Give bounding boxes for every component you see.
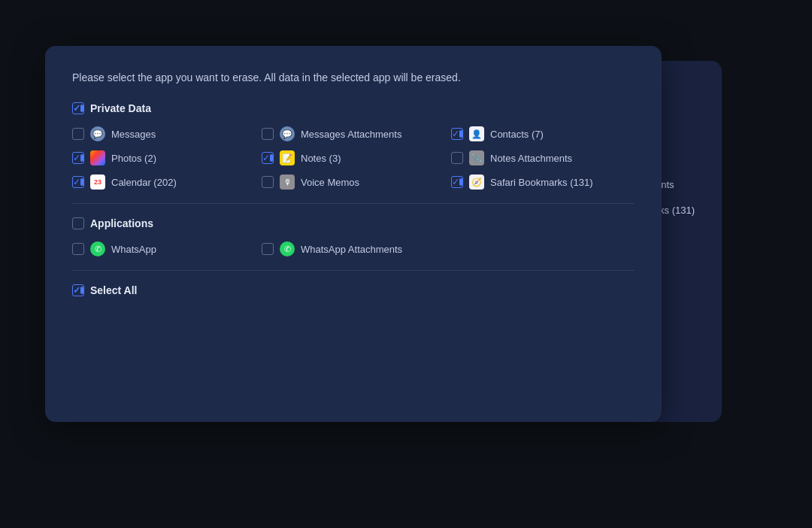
private-data-section-header: ✓ Private Data — [72, 102, 635, 114]
notes-checkbox[interactable]: ✓ — [262, 152, 274, 164]
messages-attach-label: Messages Attachments — [301, 129, 401, 140]
select-all-checkbox[interactable]: ✓ — [72, 284, 84, 296]
divider — [72, 203, 635, 204]
applications-grid: ✆ WhatsApp ✆ WhatsApp Attachments — [72, 241, 635, 256]
safari-icon: 🧭 — [469, 174, 484, 190]
list-item: ✓ Photos (2) — [72, 150, 256, 165]
voice-label: Voice Memos — [301, 177, 359, 188]
notes-attach-icon: 📎 — [469, 150, 484, 165]
notes-icon: 📝 — [280, 150, 295, 165]
safari-label: Safari Bookmarks (131) — [490, 177, 593, 188]
contacts-label: Contacts (7) — [490, 129, 544, 140]
list-item: 💬 Messages — [72, 126, 256, 141]
list-item: ✓ 23 Calendar (202) — [72, 174, 256, 190]
list-item: ✆ WhatsApp — [72, 241, 256, 256]
contacts-icon: 👤 — [469, 126, 484, 141]
check-icon: ✓ — [452, 129, 459, 138]
private-data-label: Private Data — [90, 102, 151, 114]
list-item: 🎙 Voice Memos — [262, 174, 445, 190]
calendar-icon: 23 — [90, 174, 105, 190]
whatsapp-checkbox[interactable] — [72, 243, 84, 255]
list-item: ✆ WhatsApp Attachments — [262, 241, 445, 256]
list-item: ✓ 📝 Notes (3) — [262, 150, 445, 165]
voice-icon: 🎙 — [280, 174, 295, 190]
divider-2 — [72, 270, 635, 271]
messages-attach-checkbox[interactable] — [262, 128, 274, 140]
applications-checkbox[interactable] — [72, 217, 84, 229]
check-icon: ✓ — [73, 153, 80, 162]
select-all-row: ✓ Select All — [72, 284, 635, 296]
applications-section-header: Applications — [72, 217, 635, 229]
messages-checkbox[interactable] — [72, 128, 84, 140]
check-icon: ✓ — [73, 104, 80, 113]
check-icon: ✓ — [73, 178, 80, 187]
whatsapp-icon: ✆ — [90, 241, 105, 256]
private-data-checkbox[interactable]: ✓ — [72, 102, 84, 114]
photos-checkbox[interactable]: ✓ — [72, 152, 84, 164]
notes-attach-label: Notes Attachments — [490, 153, 572, 164]
check-icon: ✓ — [73, 286, 80, 295]
whatsapp-attach-checkbox[interactable] — [262, 243, 274, 255]
list-item: 💬 Messages Attachments — [262, 126, 445, 141]
messages-label: Messages — [111, 129, 156, 140]
calendar-checkbox[interactable]: ✓ — [72, 176, 84, 188]
contacts-checkbox[interactable]: ✓ — [451, 128, 463, 140]
check-icon: ✓ — [452, 178, 459, 187]
check-icon: ✓ — [262, 153, 270, 162]
voice-checkbox[interactable] — [262, 176, 274, 188]
notes-attach-checkbox[interactable] — [451, 152, 463, 164]
messages-icon: 💬 — [90, 126, 105, 141]
notes-label: Notes (3) — [301, 153, 341, 164]
applications-label: Applications — [90, 217, 153, 229]
list-item: 📎 Notes Attachments — [451, 150, 635, 165]
calendar-label: Calendar (202) — [111, 177, 177, 188]
photos-label: Photos (2) — [111, 153, 156, 164]
front-panel: Please select the app you want to erase.… — [45, 46, 662, 422]
select-all-label: Select All — [90, 284, 138, 296]
private-data-grid: 💬 Messages 💬 Messages Attachments ✓ 👤 Co… — [72, 126, 635, 190]
scene: app will be erased. ✓ 👤 Contacts (7) 📎 N… — [45, 46, 767, 482]
whatsapp-attach-label: WhatsApp Attachments — [301, 244, 402, 255]
messages-attach-icon: 💬 — [280, 126, 295, 141]
list-item: ✓ 👤 Contacts (7) — [451, 126, 635, 141]
safari-checkbox[interactable]: ✓ — [451, 176, 463, 188]
instruction-text: Please select the app you want to erase.… — [72, 70, 635, 86]
whatsapp-attach-icon: ✆ — [280, 241, 295, 256]
whatsapp-label: WhatsApp — [111, 244, 156, 255]
photos-icon — [90, 150, 105, 165]
list-item: ✓ 🧭 Safari Bookmarks (131) — [451, 174, 635, 190]
